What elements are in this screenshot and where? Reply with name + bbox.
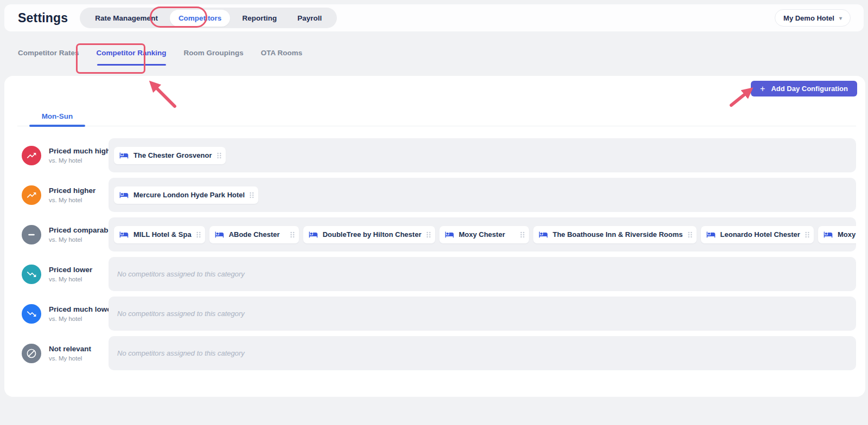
category-row-priced-much-lower: Priced much lowervs. My hotelNo competit… <box>4 297 865 331</box>
category-label: Priced lower <box>49 266 92 274</box>
category-row-not-relevant: Not relevantvs. My hotelNo competitors a… <box>4 336 865 370</box>
drag-handle-icon[interactable] <box>290 231 295 238</box>
category-sublabel: vs. My hotel <box>49 276 92 282</box>
drag-handle-icon[interactable] <box>688 231 692 238</box>
category-sublabel: vs. My hotel <box>49 355 91 362</box>
competitor-name: Moxy Chester <box>459 230 515 239</box>
main-tab-rate-management[interactable]: Rate Management <box>86 10 167 27</box>
drag-handle-icon[interactable] <box>805 231 809 238</box>
category-row-priced-comparably: Priced comparablyvs. My hotelMILL Hotel … <box>4 217 865 252</box>
category-dropzone-priced-lower[interactable]: No competitors assigned to this category <box>108 257 856 291</box>
category-text: Priced much highervs. My hotel <box>49 147 117 164</box>
competitor-name: The Boathouse Inn & Riverside Rooms <box>553 230 683 239</box>
content-card: + Add Day Configuration Mon-Sun Priced m… <box>4 76 865 397</box>
competitor-name: Leonardo Hotel Chester <box>720 230 800 239</box>
trend-up-icon <box>22 146 41 165</box>
add-day-configuration-label: Add Day Configuration <box>771 85 848 93</box>
category-dropzone-priced-much-higher[interactable]: The Chester Grosvenor <box>108 138 856 172</box>
category-not-relevant: Not relevantvs. My hotel <box>4 336 108 370</box>
competitor-chip[interactable]: MILL Hotel & Spa <box>114 226 205 243</box>
competitor-name: The Chester Grosvenor <box>133 151 212 159</box>
plus-icon: + <box>760 85 765 93</box>
bed-icon <box>824 230 833 239</box>
category-row-priced-much-higher: Priced much highervs. My hotelThe Cheste… <box>4 138 865 172</box>
category-label: Priced higher <box>49 186 95 195</box>
bed-icon <box>539 230 548 239</box>
bed-icon <box>706 230 716 239</box>
trend-down-icon <box>22 304 41 324</box>
chevron-down-icon: ▾ <box>839 15 842 21</box>
category-sublabel: vs. My hotel <box>49 236 114 243</box>
main-tab-competitors[interactable]: Competitors <box>170 10 231 27</box>
minus-icon <box>22 225 41 244</box>
empty-category-text: No competitors assigned to this category <box>114 310 245 318</box>
competitor-chip[interactable]: DoubleTree by Hilton Chester <box>303 226 435 243</box>
add-day-configuration-button[interactable]: + Add Day Configuration <box>751 81 857 96</box>
category-priced-much-higher: Priced much highervs. My hotel <box>4 138 108 172</box>
drag-handle-icon[interactable] <box>520 231 525 238</box>
category-text: Priced lowervs. My hotel <box>49 266 92 282</box>
ban-icon <box>22 344 41 363</box>
category-rows: Priced much highervs. My hotelThe Cheste… <box>4 138 865 370</box>
competitor-chip[interactable]: The Boathouse Inn & Riverside Rooms <box>533 226 697 243</box>
bed-icon <box>445 230 454 239</box>
sub-tab-competitor-rates[interactable]: Competitor Rates <box>18 49 79 57</box>
drag-handle-icon[interactable] <box>196 231 201 238</box>
category-text: Not relevantvs. My hotel <box>49 345 91 362</box>
bed-icon <box>119 230 129 239</box>
empty-category-text: No competitors assigned to this category <box>114 349 245 357</box>
category-dropzone-priced-higher[interactable]: Mercure London Hyde Park Hotel <box>108 178 856 212</box>
category-row-priced-higher: Priced highervs. My hotelMercure London … <box>4 178 865 212</box>
competitor-name: MILL Hotel & Spa <box>133 230 192 239</box>
sub-tab-room-groupings[interactable]: Room Groupings <box>184 49 244 57</box>
hotel-selector[interactable]: My Demo Hotel ▾ <box>775 9 851 27</box>
category-row-priced-lower: Priced lowervs. My hotelNo competitors a… <box>4 257 865 291</box>
competitor-name: ABode Chester <box>229 230 285 239</box>
drag-handle-icon[interactable] <box>217 152 221 159</box>
bed-icon <box>309 230 318 239</box>
main-tab-payroll[interactable]: Payroll <box>289 10 330 27</box>
category-dropzone-priced-much-lower[interactable]: No competitors assigned to this category <box>108 297 856 331</box>
competitor-name: DoubleTree by Hilton Chester <box>323 230 422 239</box>
drag-handle-icon[interactable] <box>250 192 254 198</box>
sub-tab-ota-rooms[interactable]: OTA Rooms <box>261 49 303 57</box>
category-sublabel: vs. My hotel <box>49 197 95 203</box>
drag-handle-icon[interactable] <box>426 231 431 238</box>
main-tabs: Rate ManagementCompetitorsReportingPayro… <box>80 8 337 28</box>
day-tab-mon-sun[interactable]: Mon-Sun <box>29 107 85 126</box>
category-dropzone-priced-comparably[interactable]: MILL Hotel & SpaABode ChesterDoubleTree … <box>108 217 856 252</box>
hotel-selector-label: My Demo Hotel <box>783 14 834 22</box>
competitor-chip[interactable]: Mercure London Hyde Park Hotel <box>114 186 258 204</box>
competitor-chip[interactable]: ABode Chester <box>209 226 299 243</box>
category-text: Priced comparablyvs. My hotel <box>49 226 114 243</box>
bed-icon <box>215 230 224 239</box>
category-priced-much-lower: Priced much lowervs. My hotel <box>4 297 108 331</box>
competitor-chip[interactable]: Leonardo Hotel Chester <box>701 226 814 243</box>
trend-up-icon <box>22 185 41 205</box>
category-sublabel: vs. My hotel <box>49 157 117 164</box>
main-tab-reporting[interactable]: Reporting <box>233 10 285 27</box>
day-tabs: Mon-Sun <box>17 107 856 126</box>
category-priced-higher: Priced highervs. My hotel <box>4 178 108 212</box>
sub-tab-competitor-ranking[interactable]: Competitor Ranking <box>97 49 167 57</box>
sub-tabs: Competitor RatesCompetitor RankingRoom G… <box>4 31 302 74</box>
trend-down-icon <box>22 265 41 284</box>
category-text: Priced much lowervs. My hotel <box>49 305 114 322</box>
category-priced-lower: Priced lowervs. My hotel <box>4 257 108 291</box>
competitor-chip[interactable]: Moxy Chester <box>439 226 529 243</box>
competitor-chip[interactable]: The Chester Grosvenor <box>114 147 226 164</box>
category-label: Priced much lower <box>49 305 114 314</box>
category-dropzone-not-relevant[interactable]: No competitors assigned to this category <box>108 336 856 370</box>
top-bar: Settings Rate ManagementCompetitorsRepor… <box>4 4 864 31</box>
category-label: Not relevant <box>49 345 91 353</box>
category-sublabel: vs. My hotel <box>49 315 114 322</box>
competitor-name: Mercure London Hyde Park Hotel <box>133 191 245 199</box>
category-label: Priced much higher <box>49 147 117 156</box>
category-text: Priced highervs. My hotel <box>49 186 95 203</box>
bed-icon <box>119 190 129 199</box>
competitor-chip[interactable]: Moxy York <box>818 226 856 243</box>
category-label: Priced comparably <box>49 226 114 235</box>
competitor-name: Moxy York <box>838 230 856 239</box>
empty-category-text: No competitors assigned to this category <box>114 270 245 278</box>
bed-icon <box>119 151 129 160</box>
